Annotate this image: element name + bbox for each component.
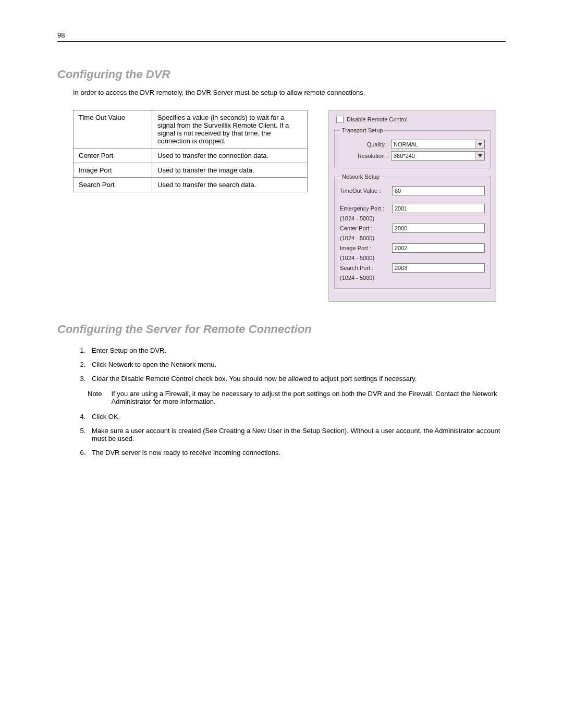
transport-legend: Transport Setup (340, 127, 385, 133)
image-port-value: 2002 (395, 245, 407, 251)
step-2-text-a: Click (92, 361, 108, 368)
checkbox-box-icon (336, 116, 344, 123)
search-port-label: Search Port : (340, 265, 392, 271)
image-port-input[interactable]: 2002 (392, 243, 485, 253)
step-3: Clear the Disable Remote Control check b… (88, 372, 506, 386)
step-2-bold: Network (108, 361, 133, 368)
timeout-value: 60 (395, 188, 401, 194)
disable-remote-checkbox[interactable]: Disable Remote Control (336, 116, 491, 123)
network-setup-dialog: Disable Remote Control Transport Setup Q… (328, 110, 496, 302)
steps-list: Enter Setup on the DVR. Click Network to… (73, 343, 506, 386)
section-intro: In order to access the DVR remotely, the… (73, 89, 506, 96)
table-row: Search Port Used to transfer the search … (74, 178, 308, 192)
search-port-input[interactable]: 2003 (392, 263, 485, 273)
term-cell: Image Port (74, 163, 152, 178)
note-text: If you are using a Firewall, it may be n… (111, 390, 506, 405)
timeout-label: TimeOut Value : (340, 188, 392, 194)
center-port-row: Center Port : 2000 (340, 224, 485, 233)
header-rule (57, 41, 506, 42)
disable-remote-label: Disable Remote Control (347, 116, 408, 122)
center-port-label: Center Port : (340, 225, 392, 231)
emergency-port-range: (1024 - 5000) (340, 215, 485, 221)
search-port-value: 2003 (395, 265, 407, 271)
note-label: Note (88, 390, 102, 405)
step-6: The DVR server is now ready to receive i… (88, 446, 506, 460)
chevron-down-icon (475, 140, 484, 149)
resolution-row: Resolution : 360*240 (340, 151, 485, 161)
quality-select[interactable]: NORMAL (391, 140, 485, 149)
quality-label: Quality : (340, 141, 391, 147)
image-port-label: Image Port : (340, 245, 392, 251)
emergency-port-value: 2001 (395, 205, 407, 212)
definitions-table: Time Out Value Specifies a value (in sec… (73, 110, 308, 192)
steps-list-cont: Click OK. Make sure a user account is cr… (73, 410, 506, 460)
step-3-text-a: Clear the (92, 375, 121, 382)
step-4-text-c: . (118, 413, 120, 421)
step-4: Click OK. (88, 410, 506, 424)
manual-page: 98 Configuring the DVR In order to acces… (0, 0, 563, 491)
section-heading-server: Configuring the Server for Remote Connec… (57, 323, 506, 336)
term-cell: Center Port (74, 149, 152, 163)
center-port-range: (1024 - 5000) (340, 235, 485, 241)
step-2: Click Network to open the Network menu. (88, 357, 506, 372)
quality-row: Quality : NORMAL (340, 140, 485, 149)
center-port-value: 2000 (395, 225, 407, 231)
desc-cell: Used to transfer the image data. (152, 163, 308, 178)
transport-setup-group: Transport Setup Quality : NORMAL Resolut… (334, 127, 491, 168)
desc-cell: Specifies a value (in seconds) to wait f… (152, 110, 308, 149)
quality-value: NORMAL (394, 141, 418, 147)
timeout-input[interactable]: 60 (392, 186, 485, 195)
step-2-text-c: to open the Network menu. (133, 361, 216, 368)
emergency-port-input[interactable]: 2001 (392, 204, 485, 213)
timeout-row: TimeOut Value : 60 (340, 186, 485, 195)
table-row: Center Port Used to transfer the connect… (74, 149, 308, 163)
desc-cell: Used to transfer the connection data. (152, 149, 308, 163)
network-setup-group: Network Setup TimeOut Value : 60 Emergen… (334, 174, 491, 289)
step-5: Make sure a user account is created (See… (88, 424, 506, 446)
resolution-label: Resolution : (340, 153, 391, 159)
table-row: Time Out Value Specifies a value (in sec… (74, 110, 308, 149)
term-cell: Time Out Value (74, 110, 152, 149)
step-4-bold: OK (108, 413, 118, 421)
chevron-down-icon (475, 152, 484, 160)
search-port-range: (1024 - 5000) (340, 275, 485, 281)
resolution-value: 360*240 (394, 153, 415, 159)
network-legend: Network Setup (340, 174, 382, 180)
section-heading-dvr: Configuring the DVR (57, 68, 506, 81)
desc-cell: Used to transfer the search data. (152, 178, 308, 192)
image-port-row: Image Port : 2002 (340, 243, 485, 253)
step-1: Enter Setup on the DVR. (88, 343, 506, 357)
step-3-bold: Disable Remote Control (121, 375, 193, 382)
content-row: Time Out Value Specifies a value (in sec… (73, 110, 506, 302)
center-port-input[interactable]: 2000 (392, 224, 485, 233)
search-port-row: Search Port : 2003 (340, 263, 485, 273)
step-3-text-c: check box. You should now be allowed to … (193, 375, 417, 382)
emergency-port-row: Emergency Port : 2001 (340, 204, 485, 213)
page-number: 98 (57, 31, 506, 39)
table-row: Image Port Used to transfer the image da… (74, 163, 308, 178)
step-4-text-a: Click (92, 413, 108, 421)
term-cell: Search Port (74, 178, 152, 192)
image-port-range: (1024 - 5000) (340, 255, 485, 261)
emergency-port-label: Emergency Port : (340, 205, 392, 212)
note-block: Note If you are using a Firewall, it may… (88, 390, 506, 405)
resolution-select[interactable]: 360*240 (391, 151, 485, 161)
